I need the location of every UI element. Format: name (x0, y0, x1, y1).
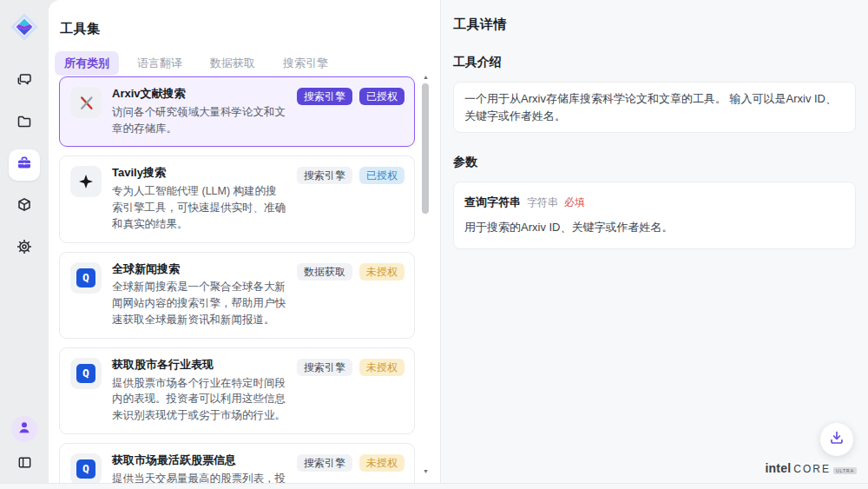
category-tabs: 所有类别语言翻译数据获取搜索引擎 (55, 51, 440, 76)
ultra-badge: ultra (833, 467, 857, 474)
tool-title: 全球新闻搜索 (112, 262, 286, 277)
folder-icon (16, 113, 33, 134)
tool-card[interactable]: Tavily搜索 专为人工智能代理 (LLM) 构建的搜索引擎工具，可快速提供实… (59, 155, 415, 242)
four-point-star-icon (70, 166, 102, 197)
cube-icon (16, 196, 33, 217)
page-title: 工具集 (60, 21, 440, 37)
tool-card[interactable]: Q 获取市场最活跃股票信息 提供当天交易量最高的股票列表，投资者可以利用这些信息… (59, 443, 415, 483)
category-badge: 搜索引擎 (297, 359, 352, 376)
tool-list-panel: 工具集 所有类别语言翻译数据获取搜索引擎 Arxiv文献搜索 访问各个研究领域大… (49, 0, 440, 483)
tab-3[interactable]: 搜索引擎 (273, 51, 338, 76)
tab-2[interactable]: 数据获取 (201, 51, 265, 76)
user-avatar[interactable] (11, 416, 37, 442)
intro-text: 一个用于从Arxiv存储库搜索科学论文和文章的工具。 输入可以是Arxiv ID… (464, 92, 837, 122)
nav-files[interactable] (9, 108, 40, 139)
chat-icon (16, 71, 33, 92)
rail-bottom (11, 416, 37, 477)
auth-badge: 已授权 (359, 167, 404, 184)
auth-badge: 已授权 (359, 88, 404, 105)
scrollbar-thumb[interactable] (422, 83, 429, 214)
intel-core-logo: intel core ultra (766, 461, 857, 475)
intro-box: 一个用于从Arxiv存储库搜索科学论文和文章的工具。 输入可以是Arxiv ID… (453, 82, 856, 133)
param-required-badge: 必填 (564, 195, 585, 210)
detail-title: 工具详情 (453, 17, 856, 33)
tool-detail-panel: 工具详情 工具介绍 一个用于从Arxiv存储库搜索科学论文和文章的工具。 输入可… (440, 0, 868, 483)
param-box: 查询字符串 字符串 必填 用于搜索的Arxiv ID、关键字或作者姓名。 (453, 182, 856, 249)
rail-nav (9, 66, 40, 264)
auth-badge: 未授权 (359, 263, 404, 281)
tool-description: 访问各个研究领域大量科学论文和文章的存储库。 (112, 104, 286, 137)
user-avatar-icon (16, 420, 32, 439)
tab-0[interactable]: 所有类别 (55, 51, 119, 76)
core-wordmark: core (793, 463, 831, 475)
tool-title: 获取股市各行业表现 (112, 358, 286, 373)
gear-icon (16, 238, 33, 259)
params-heading: 参数 (453, 155, 856, 170)
auth-badge: 未授权 (359, 454, 404, 472)
category-badge: 搜索引擎 (297, 167, 352, 184)
list-scrollbar[interactable]: ▲ ▼ (421, 73, 431, 476)
toolbox-icon (16, 155, 33, 175)
scroll-down-arrow[interactable]: ▼ (421, 467, 431, 476)
panel-toggle-icon (16, 454, 33, 474)
tool-card[interactable]: Q 全球新闻搜索 全球新闻搜索是一个聚合全球各大新闻网站内容的搜索引擎，帮助用户… (59, 252, 415, 339)
left-rail (0, 0, 49, 489)
category-badge: 数据获取 (297, 263, 352, 281)
q-search-icon: Q (70, 453, 102, 483)
tool-description: 提供当天交易量最高的股票列表，投资者可以利用这些信息来识别流动性强的股票和潜在的… (112, 471, 286, 483)
download-icon (828, 429, 845, 450)
q-search-icon: Q (70, 262, 102, 294)
q-search-icon: Q (70, 358, 102, 389)
tool-description: 提供股票市场各个行业在特定时间段内的表现。投资者可以利用这些信息来识别表现优于或… (112, 375, 286, 424)
app-logo (8, 10, 41, 43)
param-description: 用于搜索的Arxiv ID、关键字或作者姓名。 (464, 219, 845, 236)
tab-1[interactable]: 语言翻译 (128, 51, 192, 76)
param-name: 查询字符串 (464, 194, 521, 211)
nav-settings[interactable] (9, 233, 40, 264)
intel-wordmark: intel (766, 461, 792, 475)
category-badge: 搜索引擎 (297, 88, 352, 105)
tool-description: 全球新闻搜索是一个聚合全球各大新闻网站内容的搜索引擎，帮助用户快速获取全球最新资… (112, 279, 286, 327)
tool-card[interactable]: Arxiv文献搜索 访问各个研究领域大量科学论文和文章的存储库。 搜索引擎 已授… (59, 76, 415, 147)
tool-title: 获取市场最活跃股票信息 (112, 453, 286, 468)
intro-heading: 工具介绍 (453, 55, 856, 70)
tool-cards-list: Arxiv文献搜索 访问各个研究领域大量科学论文和文章的存储库。 搜索引擎 已授… (59, 76, 415, 483)
param-head: 查询字符串 字符串 必填 (464, 194, 845, 211)
auth-badge: 未授权 (359, 359, 404, 376)
tool-title: Tavily搜索 (112, 166, 286, 181)
nav-tools[interactable] (9, 149, 40, 181)
tool-description: 专为人工智能代理 (LLM) 构建的搜索引擎工具，可快速提供实时、准确和真实的结… (112, 183, 286, 232)
arxiv-x-icon (70, 87, 102, 118)
tool-card[interactable]: Q 获取股市各行业表现 提供股票市场各个行业在特定时间段内的表现。投资者可以利用… (59, 347, 415, 434)
bottom-strip (0, 483, 868, 489)
content-shell: 工具集 所有类别语言翻译数据获取搜索引擎 Arxiv文献搜索 访问各个研究领域大… (49, 0, 868, 483)
scroll-up-arrow[interactable]: ▲ (421, 73, 431, 82)
param-type: 字符串 (527, 195, 558, 210)
collapse-panel-button[interactable] (11, 451, 37, 477)
nav-models[interactable] (9, 191, 40, 222)
nav-chat[interactable] (9, 66, 40, 97)
download-button[interactable] (820, 423, 853, 456)
tool-title: Arxiv文献搜索 (112, 87, 286, 102)
category-badge: 搜索引擎 (297, 454, 352, 472)
